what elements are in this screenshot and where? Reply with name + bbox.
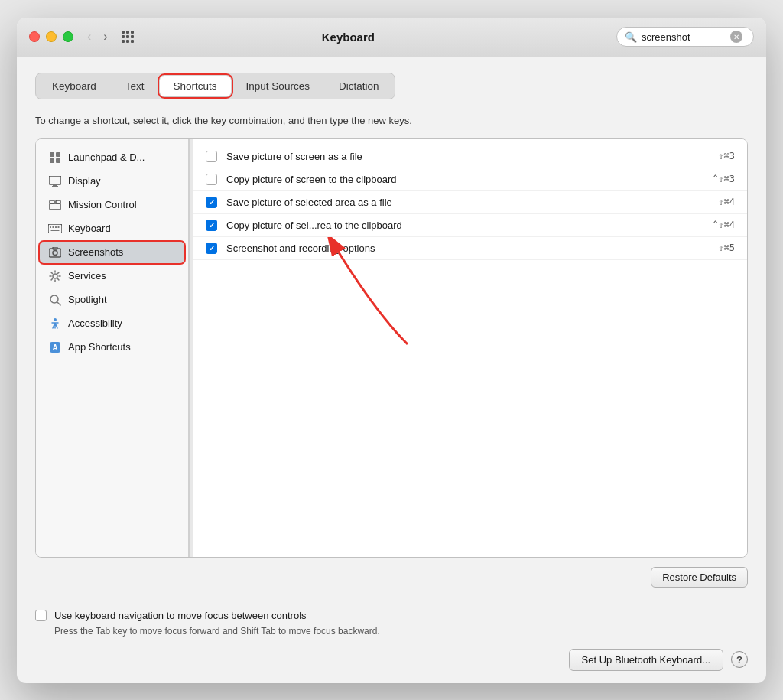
svg-rect-0 <box>50 152 54 157</box>
shortcut-label: Copy picture of sel...rea to the clipboa… <box>226 220 703 231</box>
sidebar-item-mission-control[interactable]: Mission Control <box>39 194 185 217</box>
sidebar-item-spotlight[interactable]: Spotlight <box>39 288 185 311</box>
sidebar-label: Launchpad & D... <box>68 151 145 163</box>
shortcuts-list: Save picture of screen as a file ⇧⌘3 Cop… <box>193 139 747 557</box>
shortcut-label: Copy picture of screen to the clipboard <box>226 174 703 185</box>
shortcut-checkbox-save-area[interactable] <box>206 197 217 208</box>
shortcut-keys: ⇧⌘4 <box>718 197 735 207</box>
svg-point-19 <box>53 274 57 278</box>
sidebar-label: App Shortcuts <box>68 341 131 353</box>
sidebar-item-launchpad[interactable]: Launchpad & D... <box>39 146 185 169</box>
bluetooth-keyboard-button[interactable]: Set Up Bluetooth Keyboard... <box>569 649 723 671</box>
svg-rect-11 <box>50 226 51 228</box>
tab-keyboard[interactable]: Keyboard <box>38 76 110 96</box>
shortcut-row: Copy picture of sel...rea to the clipboa… <box>193 214 747 237</box>
svg-rect-14 <box>58 226 60 228</box>
shortcut-keys: ⇧⌘5 <box>718 243 735 253</box>
shortcut-checkbox-copy-screen[interactable] <box>206 174 217 185</box>
svg-rect-6 <box>52 186 58 187</box>
main-window: ‹ › Keyboard 🔍 ✕ Keyboard Text Shortcuts… <box>17 18 766 683</box>
svg-rect-8 <box>50 200 54 203</box>
sidebar-label: Display <box>68 175 101 187</box>
tab-dictation[interactable]: Dictation <box>325 76 393 96</box>
app-shortcuts-icon: A <box>48 340 62 354</box>
tab-bar: Keyboard Text Shortcuts Input Sources Di… <box>35 73 395 99</box>
footer-row: Set Up Bluetooth Keyboard... ? <box>35 649 748 671</box>
mission-control-icon <box>48 198 62 212</box>
search-clear-button[interactable]: ✕ <box>730 31 742 43</box>
tab-text[interactable]: Text <box>112 76 158 96</box>
nav-hint: Press the Tab key to move focus forward … <box>54 626 748 637</box>
sidebar-item-services[interactable]: Services <box>39 265 185 288</box>
search-icon: 🔍 <box>625 31 637 43</box>
close-button[interactable] <box>29 31 40 42</box>
help-button[interactable]: ? <box>731 651 748 668</box>
svg-rect-3 <box>56 158 60 163</box>
search-input[interactable] <box>642 31 726 43</box>
spotlight-icon <box>48 293 62 307</box>
services-icon <box>48 269 62 283</box>
svg-text:A: A <box>52 343 57 352</box>
svg-point-17 <box>53 250 57 255</box>
shortcut-label: Screenshot and recording options <box>226 243 709 254</box>
shortcut-row: Screenshot and recording options ⇧⌘5 <box>193 237 747 260</box>
accessibility-icon <box>48 317 62 330</box>
content-area: Keyboard Text Shortcuts Input Sources Di… <box>17 57 766 683</box>
keyboard-icon <box>48 222 62 236</box>
sidebar-label: Keyboard <box>68 223 111 234</box>
sidebar-label: Screenshots <box>68 246 123 258</box>
sidebar-label: Services <box>68 270 106 282</box>
restore-defaults-button[interactable]: Restore Defaults <box>651 567 748 588</box>
svg-rect-15 <box>51 230 60 231</box>
window-title: Keyboard <box>80 31 616 44</box>
tab-shortcuts[interactable]: Shortcuts <box>160 76 231 96</box>
search-box: 🔍 ✕ <box>616 27 754 47</box>
restore-row: Restore Defaults <box>35 567 748 588</box>
shortcut-keys: ⇧⌘3 <box>718 151 735 161</box>
shortcut-keys: ^⇧⌘3 <box>713 174 735 184</box>
svg-rect-13 <box>55 226 57 228</box>
svg-rect-10 <box>48 224 62 233</box>
keyboard-nav-row: Use keyboard navigation to move focus be… <box>35 610 748 621</box>
nav-label: Use keyboard navigation to move focus be… <box>54 610 307 621</box>
shortcut-checkbox-copy-area[interactable] <box>206 220 217 231</box>
sidebar-label: Spotlight <box>68 294 107 305</box>
svg-line-21 <box>57 302 60 305</box>
shortcut-checkbox-save-screen[interactable] <box>206 151 217 162</box>
svg-rect-4 <box>49 176 61 184</box>
main-panel: Launchpad & D... Display Mission Control <box>35 138 748 558</box>
svg-rect-1 <box>56 152 60 157</box>
shortcut-row: Save picture of selected area as a file … <box>193 191 747 214</box>
launchpad-icon <box>48 151 62 164</box>
shortcut-keys: ^⇧⌘4 <box>713 220 735 230</box>
minimize-button[interactable] <box>46 31 57 42</box>
shortcut-row: Save picture of screen as a file ⇧⌘3 <box>193 145 747 168</box>
maximize-button[interactable] <box>63 31 73 42</box>
svg-rect-2 <box>50 158 54 163</box>
shortcut-row: Copy picture of screen to the clipboard … <box>193 168 747 191</box>
shortcut-label: Save picture of selected area as a file <box>226 197 709 208</box>
sidebar: Launchpad & D... Display Mission Control <box>36 139 189 557</box>
sidebar-label: Accessibility <box>68 317 122 329</box>
tab-input-sources[interactable]: Input Sources <box>232 76 323 96</box>
sidebar-label: Mission Control <box>68 199 137 210</box>
svg-rect-7 <box>50 203 60 210</box>
svg-rect-12 <box>53 226 54 228</box>
screenshots-icon <box>48 246 62 259</box>
sidebar-item-app-shortcuts[interactable]: A App Shortcuts <box>39 336 185 359</box>
traffic-lights <box>29 31 73 42</box>
bottom-section: Use keyboard navigation to move focus be… <box>35 597 748 637</box>
sidebar-item-display[interactable]: Display <box>39 170 185 193</box>
annotation-arrow <box>308 237 430 352</box>
svg-point-22 <box>54 318 57 321</box>
sidebar-item-accessibility[interactable]: Accessibility <box>39 312 185 335</box>
keyboard-nav-checkbox[interactable] <box>35 610 47 621</box>
sidebar-item-screenshots[interactable]: Screenshots <box>39 241 185 264</box>
shortcut-checkbox-screenshot-options[interactable] <box>206 243 217 254</box>
sidebar-item-keyboard[interactable]: Keyboard <box>39 217 185 240</box>
svg-rect-5 <box>53 184 57 186</box>
description-text: To change a shortcut, select it, click t… <box>35 115 748 126</box>
svg-rect-9 <box>56 200 60 203</box>
titlebar: ‹ › Keyboard 🔍 ✕ <box>17 18 766 57</box>
shortcut-label: Save picture of screen as a file <box>226 151 709 162</box>
